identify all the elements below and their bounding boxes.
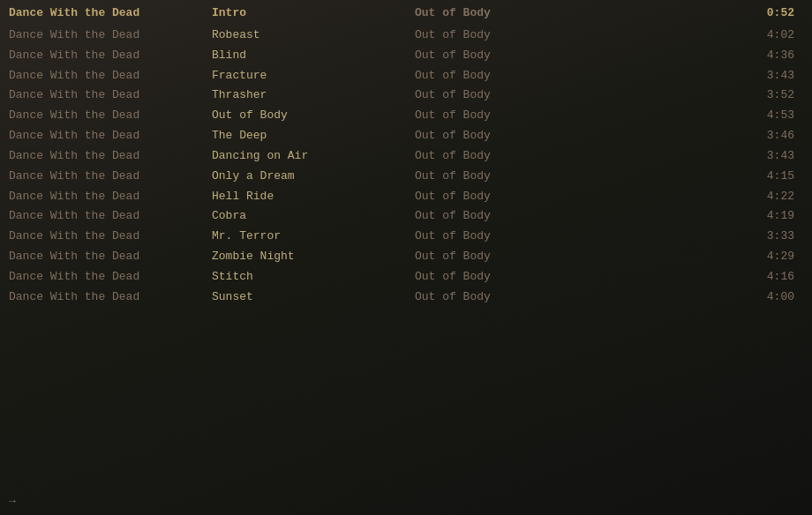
table-row[interactable]: Dance With the DeadOnly a DreamOut of Bo… <box>0 167 812 187</box>
track-title: Only a Dream <box>212 168 415 185</box>
track-album: Out of Body <box>415 168 618 185</box>
track-album: Out of Body <box>415 289 618 306</box>
track-title: Zombie Night <box>212 249 415 265</box>
header-duration: 0:52 <box>618 5 794 22</box>
header-album: Out of Body <box>415 5 618 22</box>
table-row[interactable]: Dance With the DeadStitchOut of Body4:16 <box>0 267 812 287</box>
track-album: Out of Body <box>415 269 618 286</box>
track-duration: 3:52 <box>618 87 794 104</box>
header-artist: Dance With the Dead <box>9 5 212 22</box>
track-duration: 4:15 <box>618 168 794 185</box>
table-row[interactable]: Dance With the DeadMr. TerrorOut of Body… <box>0 227 812 247</box>
table-row[interactable]: Dance With the DeadRobeastOut of Body4:0… <box>0 26 812 46</box>
track-duration: 3:43 <box>618 148 794 165</box>
track-title: Thrasher <box>212 87 415 104</box>
track-artist: Dance With the Dead <box>9 249 212 265</box>
track-album: Out of Body <box>415 128 618 145</box>
table-row[interactable]: Dance With the DeadThe DeepOut of Body3:… <box>0 126 812 146</box>
track-artist: Dance With the Dead <box>9 128 212 145</box>
track-album: Out of Body <box>415 148 618 165</box>
table-row[interactable]: Dance With the DeadHell RideOut of Body4… <box>0 187 812 207</box>
header-title: Intro <box>212 5 415 22</box>
track-duration: 4:02 <box>618 27 794 44</box>
track-title: Fracture <box>212 68 415 85</box>
track-title: Robeast <box>212 27 415 44</box>
track-artist: Dance With the Dead <box>9 27 212 44</box>
table-row[interactable]: Dance With the DeadFractureOut of Body3:… <box>0 66 812 86</box>
track-artist: Dance With the Dead <box>9 228 212 245</box>
track-duration: 3:46 <box>618 128 794 145</box>
track-album: Out of Body <box>415 108 618 124</box>
table-row[interactable]: Dance With the DeadThrasherOut of Body3:… <box>0 86 812 106</box>
track-title: Blind <box>212 48 415 64</box>
track-duration: 4:29 <box>618 249 794 265</box>
table-row[interactable]: Dance With the DeadDancing on AirOut of … <box>0 146 812 167</box>
track-duration: 4:19 <box>618 208 794 225</box>
track-artist: Dance With the Dead <box>9 208 212 225</box>
track-album: Out of Body <box>415 27 618 44</box>
track-duration: 4:00 <box>618 289 794 306</box>
table-row[interactable]: Dance With the DeadCobraOut of Body4:19 <box>0 206 812 227</box>
track-artist: Dance With the Dead <box>9 269 212 286</box>
track-title: Out of Body <box>212 108 415 124</box>
track-album: Out of Body <box>415 208 618 225</box>
track-artist: Dance With the Dead <box>9 189 212 205</box>
track-artist: Dance With the Dead <box>9 48 212 64</box>
table-row[interactable]: Dance With the DeadOut of BodyOut of Bod… <box>0 106 812 126</box>
track-artist: Dance With the Dead <box>9 148 212 165</box>
track-artist: Dance With the Dead <box>9 87 212 104</box>
bottom-arrow: → <box>9 495 16 508</box>
table-row[interactable]: Dance With the DeadZombie NightOut of Bo… <box>0 247 812 267</box>
track-title: The Deep <box>212 128 415 145</box>
track-list-header: Dance With the Dead Intro Out of Body 0:… <box>0 4 812 24</box>
track-title: Cobra <box>212 208 415 225</box>
track-duration: 4:36 <box>618 48 794 64</box>
track-album: Out of Body <box>415 249 618 265</box>
table-row[interactable]: Dance With the DeadBlindOut of Body4:36 <box>0 46 812 66</box>
track-artist: Dance With the Dead <box>9 108 212 124</box>
track-duration: 4:16 <box>618 269 794 286</box>
track-duration: 3:33 <box>618 228 794 245</box>
track-duration: 4:53 <box>618 108 794 124</box>
track-artist: Dance With the Dead <box>9 289 212 306</box>
track-title: Hell Ride <box>212 189 415 205</box>
track-album: Out of Body <box>415 48 618 64</box>
track-artist: Dance With the Dead <box>9 168 212 185</box>
track-album: Out of Body <box>415 87 618 104</box>
track-title: Mr. Terror <box>212 228 415 245</box>
track-album: Out of Body <box>415 189 618 205</box>
track-title: Dancing on Air <box>212 148 415 165</box>
track-album: Out of Body <box>415 228 618 245</box>
track-duration: 4:22 <box>618 189 794 205</box>
track-artist: Dance With the Dead <box>9 68 212 85</box>
table-row[interactable]: Dance With the DeadSunsetOut of Body4:00 <box>0 287 812 308</box>
track-title: Stitch <box>212 269 415 286</box>
track-list: Dance With the Dead Intro Out of Body 0:… <box>0 0 812 311</box>
track-album: Out of Body <box>415 68 618 85</box>
track-title: Sunset <box>212 289 415 306</box>
track-duration: 3:43 <box>618 68 794 85</box>
